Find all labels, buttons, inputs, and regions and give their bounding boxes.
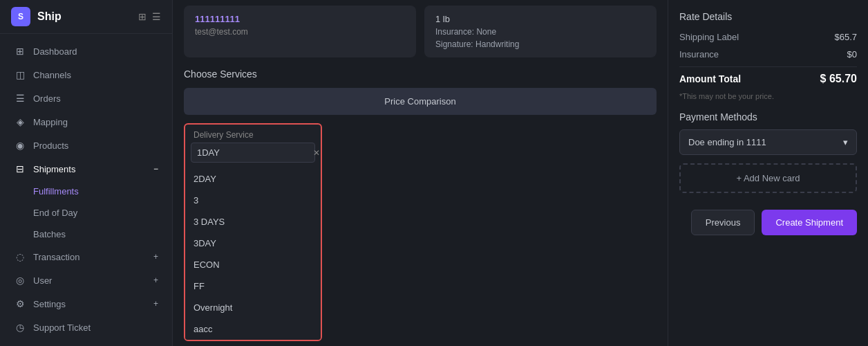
signature-value: Handwriting	[475, 39, 519, 49]
previous-button[interactable]: Previous	[691, 210, 755, 235]
sidebar-item-label: Shipments	[33, 164, 75, 174]
insurance-label: Insurance	[679, 49, 719, 60]
card-signature: Signature: Handwriting	[435, 39, 645, 49]
grid-icon[interactable]: ⊞	[138, 11, 147, 22]
sidebar-item-label: Dashboard	[33, 46, 77, 57]
main-content: 111111111 test@test.com 1 lb Insurance: …	[173, 0, 868, 346]
dropdown-item-econ[interactable]: ECON	[185, 254, 321, 275]
shipping-label-row: Shipping Label $65.7	[679, 32, 857, 42]
signature-label: Signature:	[435, 39, 473, 49]
amount-total-value: $ 65.70	[820, 73, 857, 85]
sidebar-item-label: Transaction	[33, 252, 79, 262]
dropdown-item-3days[interactable]: 3 DAYS	[185, 211, 321, 233]
card-id: 111111111	[195, 14, 405, 24]
shipments-icon: ⊟	[14, 163, 26, 174]
choose-services-title: Choose Services	[184, 69, 657, 80]
menu-icon[interactable]: ☰	[152, 11, 161, 22]
chevron-down-icon: ▾	[843, 137, 848, 147]
insurance-label: Insurance:	[435, 27, 474, 37]
dropdown-item-ff[interactable]: FF	[185, 275, 321, 297]
info-cards: 111111111 test@test.com 1 lb Insurance: …	[184, 6, 657, 57]
card-insurance: Insurance: None	[435, 27, 645, 37]
insurance-value: None	[476, 27, 496, 37]
batches-label: Batches	[33, 229, 66, 239]
sidebar-item-user[interactable]: ◎ User +	[0, 268, 172, 292]
amount-total-label: Amount Total	[679, 73, 741, 84]
sidebar-item-label: User	[33, 275, 52, 286]
action-buttons: Previous Create Shipment	[679, 210, 857, 235]
selected-card-label: Doe ending in 1111	[688, 137, 766, 147]
fulfillments-label: Fulfillments	[33, 186, 79, 197]
dropdown-item-2day[interactable]: 2DAY	[185, 168, 321, 190]
expand-icon: +	[153, 252, 158, 262]
sidebar-header: S Ship ⊞ ☰	[0, 0, 172, 34]
insurance-value: $0	[847, 49, 857, 60]
sidebar-item-channels[interactable]: ◫ Channels	[0, 63, 172, 86]
sidebar-header-icons: ⊞ ☰	[138, 11, 161, 22]
payment-methods-title: Payment Methods	[679, 111, 857, 122]
sidebar-item-support-ticket[interactable]: ◷ Support Ticket	[0, 316, 172, 339]
expand-icon: +	[153, 299, 158, 309]
dropdown-item-overnight[interactable]: Overnight	[185, 297, 321, 318]
sidebar-item-mapping[interactable]: ◈ Mapping	[0, 110, 172, 134]
collapse-icon: −	[153, 164, 158, 174]
shipping-label-label: Shipping Label	[679, 32, 739, 42]
sidebar-item-settings[interactable]: ⚙ Settings +	[0, 292, 172, 316]
products-icon: ◉	[14, 140, 26, 151]
expand-icon: +	[153, 275, 158, 285]
dropdown-item-aacc[interactable]: aacc	[185, 318, 321, 340]
delivery-service-search-input[interactable]	[197, 147, 313, 158]
logo-icon: S	[11, 7, 30, 26]
create-shipment-button[interactable]: Create Shipment	[762, 210, 857, 235]
sidebar-item-label: Settings	[33, 299, 66, 309]
sidebar-item-transaction[interactable]: ◌ Transaction +	[0, 245, 172, 268]
delivery-service-label: Delivery Service	[185, 125, 321, 143]
rate-details-title: Rate Details	[679, 11, 857, 22]
sidebar-item-label: Channels	[33, 70, 71, 80]
card-email: test@test.com	[195, 27, 405, 37]
support-icon: ◷	[14, 322, 26, 333]
dropdown-item-3[interactable]: 3	[185, 190, 321, 211]
clear-icon[interactable]: ✕	[313, 148, 320, 158]
sidebar-item-end-of-day[interactable]: End of Day	[0, 202, 172, 224]
sidebar-item-label: Mapping	[33, 117, 68, 127]
sidebar-item-label: Support Ticket	[33, 322, 91, 333]
insurance-row: Insurance $0	[679, 49, 857, 60]
delivery-service-input-wrapper: ✕	[191, 143, 315, 163]
mapping-icon: ◈	[14, 116, 26, 127]
right-panel: Rate Details Shipping Label $65.7 Insura…	[668, 0, 868, 346]
payment-card-select[interactable]: Doe ending in 1111 ▾	[679, 129, 857, 155]
shipping-label-value: $65.7	[834, 32, 857, 42]
orders-icon: ☰	[14, 93, 26, 104]
sidebar-item-shipments[interactable]: ⊟ Shipments −	[0, 157, 172, 181]
sidebar-item-fulfillments[interactable]: Fulfillments	[0, 181, 172, 202]
sidebar: S Ship ⊞ ☰ ⊞ Dashboard ◫ Channels ☰ Orde…	[0, 0, 173, 346]
delivery-service-container: Delivery Service ✕ 2DAY 3 3 DAYS 3DAY EC…	[184, 123, 322, 341]
package-card: 1 lb Insurance: None Signature: Handwrit…	[424, 6, 657, 57]
end-of-day-label: End of Day	[33, 208, 77, 218]
amount-total-row: Amount Total $ 65.70	[679, 73, 857, 85]
user-icon: ◎	[14, 275, 26, 286]
dropdown-item-3day[interactable]: 3DAY	[185, 233, 321, 254]
delivery-service-dropdown-list: 2DAY 3 3 DAYS 3DAY ECON FF Overnight aac…	[185, 168, 321, 340]
sidebar-item-label: Products	[33, 140, 68, 151]
content-body: 111111111 test@test.com 1 lb Insurance: …	[173, 0, 868, 346]
sidebar-item-label: Orders	[33, 93, 61, 104]
logo-text: Ship	[37, 10, 62, 23]
channels-icon: ◫	[14, 69, 26, 80]
settings-icon: ⚙	[14, 298, 26, 309]
sidebar-item-products[interactable]: ◉ Products	[0, 134, 172, 157]
sender-card: 111111111 test@test.com	[184, 6, 416, 57]
sidebar-item-batches[interactable]: Batches	[0, 224, 172, 245]
sidebar-item-orders[interactable]: ☰ Orders	[0, 86, 172, 110]
center-panel: 111111111 test@test.com 1 lb Insurance: …	[173, 0, 668, 346]
rate-divider	[679, 66, 857, 67]
sidebar-nav: ⊞ Dashboard ◫ Channels ☰ Orders ◈ Mappin…	[0, 34, 172, 346]
transaction-icon: ◌	[14, 251, 26, 262]
price-comparison-button[interactable]: Price Comparison	[184, 88, 657, 115]
add-new-card-button[interactable]: + Add New card	[679, 163, 857, 193]
dashboard-icon: ⊞	[14, 46, 26, 57]
card-weight: 1 lb	[435, 14, 645, 24]
price-note: *This may not be your price.	[679, 92, 857, 100]
sidebar-item-dashboard[interactable]: ⊞ Dashboard	[0, 39, 172, 63]
